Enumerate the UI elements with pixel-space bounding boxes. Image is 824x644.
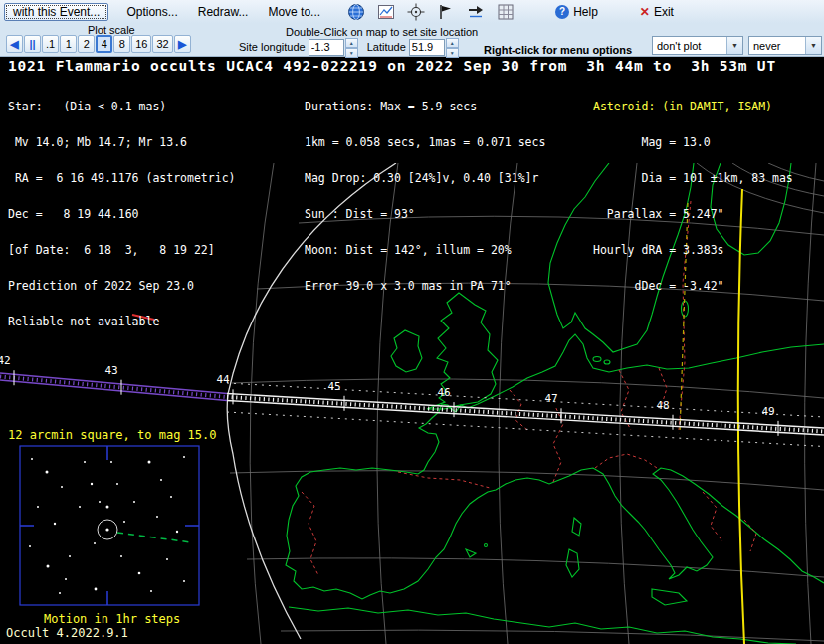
event-detail-column: Durations: Max = 5.9 secs 1km = 0.058 se… bbox=[305, 77, 545, 316]
inset-caption: Motion in 1hr steps bbox=[44, 612, 180, 626]
menu-row: with this Event... Options... Redraw... … bbox=[0, 0, 824, 23]
help-label: Help bbox=[573, 5, 598, 19]
asteroid-info-line: dDec = -3.42" bbox=[593, 280, 793, 292]
spinner-down-icon[interactable]: ▼ bbox=[446, 48, 459, 58]
star-info-line: [of Date: 6 18 3, 8 19 22] bbox=[8, 244, 235, 256]
with-this-event-button[interactable]: with this Event... bbox=[4, 3, 108, 21]
asteroid-info-column: Asteroid: (in DAMIT, ISAM) Mag = 13.0 Di… bbox=[593, 77, 793, 316]
path-hour-label: 48 bbox=[656, 399, 669, 412]
star-info-line: Prediction of 2022 Sep 23.0 bbox=[8, 280, 235, 292]
asteroid-info-line: Hourly dRA = 3.383s bbox=[593, 244, 793, 256]
redraw-button[interactable]: Redraw... bbox=[190, 3, 257, 21]
scale-button-2[interactable]: 2 bbox=[78, 35, 95, 53]
event-detail-line: Mag Drop: 0.30 [24%]v, 0.40 [31%]r bbox=[305, 172, 545, 184]
event-detail-line: 1km = 0.058 secs, 1mas = 0.071 secs bbox=[305, 136, 545, 148]
latitude-label: Latitude bbox=[367, 41, 406, 53]
help-icon: ? bbox=[555, 5, 569, 19]
never-option-dropdown[interactable]: never ▼ bbox=[748, 36, 822, 55]
star-chart-inset bbox=[20, 446, 199, 605]
center-target-icon[interactable] bbox=[406, 3, 426, 21]
occultation-path bbox=[227, 383, 824, 447]
path-hour-label: 45 bbox=[327, 380, 340, 393]
site-coordinates: Site longitude ▲▼ Latitude ▲▼ bbox=[239, 38, 459, 56]
asteroid-title: Asteroid: (in DAMIT, ISAM) bbox=[593, 101, 793, 112]
latitude-input[interactable] bbox=[409, 39, 445, 56]
scale-button-.1[interactable]: .1 bbox=[42, 35, 59, 53]
grid-icon[interactable] bbox=[496, 3, 515, 21]
longitude-spinner[interactable]: ▲▼ bbox=[345, 38, 358, 56]
plot-scale-buttons: ◀||.112481632▶ bbox=[6, 35, 191, 53]
path-hour-label: 49 bbox=[761, 405, 774, 418]
path-hour-label: 46 bbox=[437, 386, 450, 399]
spinner-up-icon[interactable]: ▲ bbox=[345, 38, 358, 48]
inset-title: 12 arcmin square, to mag 15.0 bbox=[8, 428, 217, 442]
options-button[interactable]: Options... bbox=[118, 3, 185, 21]
path-hour-label: 42 bbox=[0, 354, 11, 367]
globe-icon[interactable] bbox=[346, 3, 366, 21]
arrows-icon[interactable] bbox=[466, 3, 486, 21]
event-info-panel: 1021 Flammario occults UCAC4 492-022219 … bbox=[0, 56, 824, 163]
path-hour-label: 43 bbox=[104, 364, 117, 377]
site-longitude-label: Site longitude bbox=[239, 41, 306, 53]
exit-icon: ✕ bbox=[640, 5, 650, 19]
prev-event-button[interactable]: ◀ bbox=[6, 35, 23, 53]
scale-button-1[interactable]: 1 bbox=[60, 35, 77, 53]
plot-option-dropdown[interactable]: don't plot ▼ bbox=[652, 36, 743, 55]
asteroid-info-line: Parallax = 5.247" bbox=[593, 208, 793, 220]
event-title: 1021 Flammario occults UCAC4 492-022219 … bbox=[8, 58, 776, 74]
asteroid-info-line: Mag = 13.0 bbox=[593, 136, 793, 148]
exit-label: Exit bbox=[654, 5, 674, 19]
scale-button-16[interactable]: 16 bbox=[131, 35, 151, 53]
target-star bbox=[105, 528, 108, 531]
star-info-column: Star: (Dia < 0.1 mas) Mv 14.0; Mb 14.7; … bbox=[8, 77, 235, 351]
latitude-spinner[interactable]: ▲▼ bbox=[446, 38, 459, 56]
occultation-path-purple bbox=[0, 373, 227, 401]
plot-option-value: don't plot bbox=[653, 40, 726, 52]
exit-button[interactable]: ✕ Exit bbox=[634, 4, 680, 20]
path-hour-label: 44 bbox=[216, 373, 230, 386]
spinner-down-icon[interactable]: ▼ bbox=[345, 48, 358, 58]
event-detail-line: Sun : Dist = 93° bbox=[305, 208, 545, 220]
event-detail-line: Moon: Dist = 142°, illum = 20% bbox=[305, 244, 545, 256]
asteroid-info-line: Dia = 101 ±1km, 83 mas bbox=[593, 172, 793, 184]
star-info-line: RA = 6 16 49.1176 (astrometric) bbox=[8, 172, 235, 184]
next-event-button[interactable]: ▶ bbox=[174, 35, 191, 53]
moveto-button[interactable]: Move to... bbox=[260, 3, 328, 21]
star-info-line: Reliable not available bbox=[8, 316, 235, 327]
version-label: Occult 4.2022.9.1 bbox=[6, 626, 128, 640]
spinner-up-icon[interactable]: ▲ bbox=[446, 38, 459, 48]
pause-button[interactable]: || bbox=[24, 35, 41, 53]
scale-button-4[interactable]: 4 bbox=[96, 35, 112, 53]
scale-button-32[interactable]: 32 bbox=[152, 35, 172, 53]
toolbar: with this Event... Options... Redraw... … bbox=[0, 0, 824, 57]
chevron-down-icon[interactable]: ▼ bbox=[726, 37, 742, 54]
chart-icon[interactable] bbox=[376, 3, 396, 21]
scale-button-8[interactable]: 8 bbox=[113, 35, 130, 53]
toolbar-icons bbox=[346, 3, 515, 21]
event-detail-line: Durations: Max = 5.9 secs bbox=[305, 101, 545, 112]
chevron-down-icon[interactable]: ▼ bbox=[805, 37, 821, 54]
event-detail-line: Error 39.0 x 3.0 mas in PA 71° bbox=[305, 280, 545, 292]
site-longitude-input[interactable] bbox=[309, 39, 344, 56]
star-info-line: Dec = 8 19 44.160 bbox=[8, 208, 235, 220]
star-info-line: Star: (Dia < 0.1 mas) bbox=[8, 101, 235, 112]
star-info-line: Mv 14.0; Mb 14.7; Mr 13.6 bbox=[8, 136, 235, 148]
rightclick-hint: Right-click for menu options bbox=[484, 44, 632, 56]
never-option-value: never bbox=[749, 40, 805, 52]
doubleclick-hint: Double-Click on map to set site location bbox=[286, 26, 478, 38]
path-hour-label: 47 bbox=[544, 392, 557, 405]
help-button[interactable]: ? Help bbox=[549, 4, 604, 20]
flag-icon[interactable] bbox=[436, 3, 456, 21]
